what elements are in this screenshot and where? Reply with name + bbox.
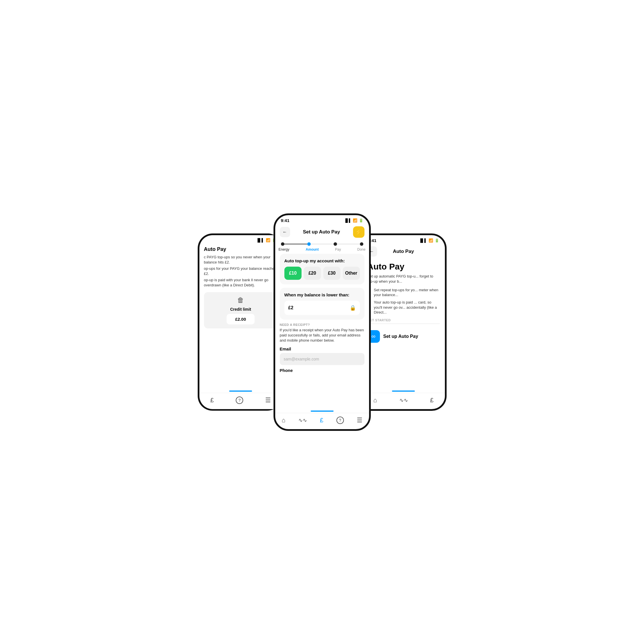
left-desc2: op-ups for your PAYG your balance reache… (204, 266, 278, 276)
nav-bar-center: ← Set up Auto Pay ⚡ (275, 224, 369, 240)
back-arrow-icon-center: ← (283, 229, 287, 235)
signal-icon-right: ▐▌▌ (419, 238, 427, 243)
signal-icon-center: ▐▌▌ (344, 218, 351, 223)
email-input[interactable]: sam@example.com (280, 353, 364, 365)
balance-field: £2 🔒 (284, 301, 360, 315)
receipt-desc: If you'd like a receipt when your Auto P… (280, 328, 364, 343)
bottom-bar-center (311, 411, 334, 412)
action-button-center[interactable]: ⚡ (353, 226, 364, 238)
nav-pound-icon-left[interactable]: £ (210, 397, 214, 404)
right-phone: 9:41 ▐▌▌ 📶 🔋 ← Auto Pay Auto Pay Set up … (362, 233, 447, 411)
status-bar-right: 9:41 ▐▌▌ 📶 🔋 (362, 235, 445, 244)
bottom-nav-left: £ ? ☰ (199, 393, 282, 409)
step-line-3 (337, 244, 360, 244)
step-dot-amount (307, 242, 311, 246)
status-bar-left: ▐▌▌ 📶 🔋 (199, 235, 282, 243)
status-time-center: 9:41 (281, 218, 290, 223)
amount-card-title: Auto top-up my account with: (284, 258, 360, 263)
wifi-icon-left: 📶 (266, 238, 270, 242)
check-item-2: ✓ Your auto top-up is paid ... card, so … (367, 300, 440, 315)
wifi-icon-center: 📶 (353, 218, 357, 223)
left-content: Auto Pay c PAYG top-ups so you never whe… (199, 243, 282, 391)
nav-home-icon-right[interactable]: ⌂ (373, 397, 377, 404)
wifi-icon-right: 📶 (429, 238, 433, 243)
receipt-label: NEED A RECEIPT? (280, 323, 364, 326)
setup-autopay-button[interactable]: ∞ Set up Auto Pay (367, 326, 440, 347)
battery-icon-right: 🔋 (435, 238, 439, 243)
stepper-labels: Energy Amount Pay Done (275, 247, 369, 254)
step-label-done: Done (357, 247, 366, 251)
amount-card: Auto top-up my account with: £10 £20 £30… (280, 254, 364, 284)
center-phone: 9:41 ▐▌▌ 📶 🔋 ← Set up Auto Pay ⚡ (274, 213, 371, 431)
nav-menu-icon-center[interactable]: ☰ (357, 417, 362, 424)
left-desc3: op-up is paid with your bank ll never go… (204, 278, 278, 288)
bottom-bar-left (229, 391, 252, 392)
amount-btn-20[interactable]: £20 (304, 267, 321, 280)
bottom-nav-center: ⌂ ∿∿ £ ? ☰ (275, 413, 369, 429)
email-placeholder: sam@example.com (284, 357, 319, 361)
status-bar-center: 9:41 ▐▌▌ 📶 🔋 (275, 215, 369, 224)
nav-network-icon-center[interactable]: ∿∿ (298, 417, 307, 423)
lock-icon: 🔒 (350, 305, 356, 311)
progress-stepper (275, 240, 369, 247)
left-desc1: c PAYG top-ups so you never when your ba… (204, 255, 278, 265)
nav-bar-right: ← Auto Pay (362, 244, 445, 259)
step-label-energy: Energy (279, 247, 290, 251)
back-button-center[interactable]: ← (280, 227, 290, 237)
step-line-1 (284, 244, 307, 244)
trash-icon: 🗑 (237, 296, 244, 304)
step-dot-energy (281, 242, 284, 246)
nav-network-icon-right[interactable]: ∿∿ (399, 397, 408, 403)
amount-btn-10[interactable]: £10 (284, 267, 302, 280)
nav-menu-icon-left[interactable]: ☰ (265, 397, 271, 404)
balance-value: £2 (288, 305, 294, 310)
bottom-bar-right (392, 391, 415, 392)
setup-btn-text: Set up Auto Pay (383, 334, 418, 339)
main-content-center: Auto top-up my account with: £10 £20 £30… (275, 254, 369, 411)
amount-btn-other[interactable]: Other (343, 267, 360, 280)
right-main-content: Auto Pay Set up automatic PAYG top-u... … (362, 259, 445, 391)
nav-pound-icon-center[interactable]: £ (320, 417, 323, 424)
bottom-nav-right: ⌂ ∿∿ £ (362, 393, 445, 409)
receipt-section: NEED A RECEIPT? If you'd like a receipt … (280, 323, 364, 373)
credit-limit-label: Credit limit (230, 307, 251, 312)
step-label-pay: Pay (335, 247, 341, 251)
email-label: Email (280, 346, 364, 351)
nav-help-icon-left[interactable]: ? (236, 397, 243, 404)
check-text-2: Your auto top-up is paid ... card, so yo… (374, 300, 440, 315)
signal-icon-left: ▐▌▌ (256, 238, 264, 242)
right-desc: Set up automatic PAYG top-u... forget to… (367, 274, 440, 284)
credit-value: £2.00 (227, 314, 255, 324)
amount-grid: £10 £20 £30 Other (284, 267, 360, 280)
step-line-2 (311, 244, 334, 244)
battery-icon-center: 🔋 (359, 218, 363, 223)
balance-card: When my balance is lower than: £2 🔒 (280, 288, 364, 320)
nav-title-right: Auto Pay (393, 249, 414, 254)
balance-card-title: When my balance is lower than: (284, 292, 360, 297)
step-dot-pay (334, 242, 337, 246)
nav-pound-icon-right[interactable]: £ (430, 397, 433, 404)
credit-limit-card: 🗑 Credit limit £2.00 (204, 292, 278, 328)
lightning-icon-center: ⚡ (355, 229, 362, 235)
left-page-title: Auto Pay (204, 246, 278, 252)
phone-label: Phone (280, 368, 364, 373)
nav-title-center: Set up Auto Pay (303, 229, 340, 235)
get-started-label: GET STARTED (367, 318, 440, 322)
right-page-title: Auto Pay (367, 262, 440, 272)
step-dot-done (360, 242, 363, 246)
check-item-1: ✓ Set repeat top-ups for yo... meter whe… (367, 288, 440, 298)
check-text-1: Set repeat top-ups for yo... meter when … (374, 288, 440, 298)
amount-btn-30[interactable]: £30 (323, 267, 340, 280)
step-label-amount: Amount (306, 247, 319, 251)
nav-help-icon-center[interactable]: ? (336, 417, 344, 424)
left-phone: ▐▌▌ 📶 🔋 Auto Pay c PAYG top-ups so you n… (198, 233, 282, 411)
nav-home-icon-center[interactable]: ⌂ (282, 417, 285, 424)
